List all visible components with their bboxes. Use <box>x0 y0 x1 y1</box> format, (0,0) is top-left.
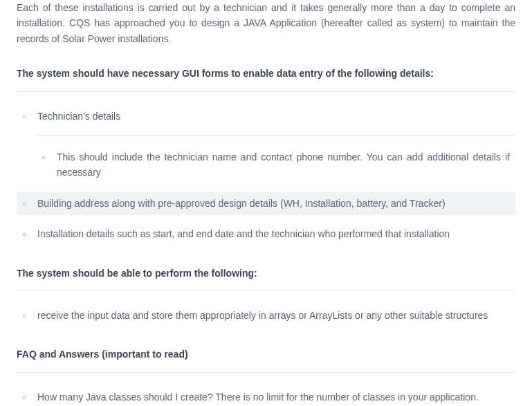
bullet-icon: ○ <box>42 149 57 163</box>
list-item-text: How many Java classes should I create? T… <box>37 389 510 405</box>
section-faq: FAQ and Answers (important to read) ○ Ho… <box>17 347 515 406</box>
list-item-receive: ○ receive the input data and store them … <box>17 304 515 327</box>
list-item-install: ○ Installation details such as start, an… <box>17 222 515 246</box>
list-item-faq-classes: ○ How many Java classes should I create?… <box>17 385 515 406</box>
bullet-icon: ○ <box>22 308 37 322</box>
list-item-tech: ○ Technician's details <box>17 104 515 128</box>
section-heading-faq: FAQ and Answers (important to read) <box>17 347 515 362</box>
list-item-text: Technician's details <box>37 109 510 124</box>
nested-list-item: ○ This should include the technician nam… <box>36 145 515 185</box>
bullet-icon: ○ <box>22 196 37 210</box>
bullet-icon: ○ <box>22 226 37 240</box>
list-item-building: ○ Building address along with pre-approv… <box>17 192 515 215</box>
section-gui: The system should have necessary GUI for… <box>17 66 515 246</box>
bullet-icon: ○ <box>22 389 37 403</box>
section-divider <box>17 290 515 291</box>
section-perform: The system should be able to perform the… <box>17 266 515 328</box>
list-item-text: receive the input data and store them ap… <box>37 308 510 323</box>
section-heading-gui: The system should have necessary GUI for… <box>17 66 515 81</box>
bullet-icon: ○ <box>22 109 37 122</box>
nested-list: ○ This should include the technician nam… <box>36 135 515 185</box>
nested-divider <box>36 135 515 136</box>
list-item-text: Building address along with pre-approved… <box>37 196 510 211</box>
section-divider <box>17 372 515 373</box>
intro-paragraph: Each of these installations is carried o… <box>17 0 515 46</box>
section-divider <box>17 91 515 92</box>
section-heading-perform: The system should be able to perform the… <box>17 266 515 281</box>
nested-item-text: This should include the technician name … <box>57 149 510 181</box>
list-item-text: Installation details such as start, and … <box>37 226 510 241</box>
